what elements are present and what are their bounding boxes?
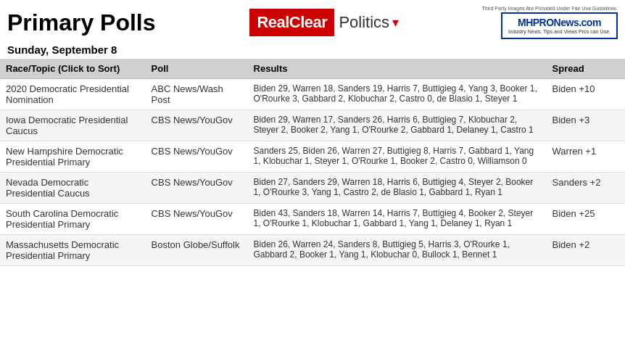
page-header: Primary Polls RealClear Politics ▾ Third…	[0, 0, 625, 42]
race-topic-cell[interactable]: South Carolina Democratic Presidential P…	[0, 204, 146, 235]
poll-source-cell[interactable]: CBS News/YouGov	[146, 173, 248, 204]
col-header-race[interactable]: Race/Topic (Click to Sort)	[0, 59, 146, 79]
page-title: Primary Polls	[7, 10, 167, 36]
rcp-politics-text: Politics	[334, 13, 389, 32]
table-row: Massachusetts Democratic Presidential Pr…	[0, 235, 625, 266]
logo-area: RealClear Politics ▾	[181, 9, 467, 36]
chevron-down-icon[interactable]: ▾	[392, 15, 399, 30]
date-label: Sunday, September 8	[0, 42, 625, 59]
spread-cell: Biden +2	[547, 235, 625, 266]
race-topic-cell[interactable]: New Hampshire Democratic Presidential Pr…	[0, 141, 146, 173]
spread-cell: Biden +3	[547, 110, 625, 141]
race-topic-cell[interactable]: 2020 Democratic Presidential Nomination	[0, 79, 146, 110]
table-header-row: Race/Topic (Click to Sort) Poll Results …	[0, 59, 625, 79]
col-header-results[interactable]: Results	[248, 59, 547, 79]
poll-source-cell[interactable]: Boston Globe/Suffolk	[146, 235, 248, 266]
spread-cell: Biden +10	[547, 79, 625, 110]
third-party-notice: Third Party Images Are Provided Under Fa…	[481, 6, 618, 11]
mhpronews-name: MHPRONews	[518, 17, 579, 28]
mhpronews-logo[interactable]: MHPRONews.com Industry News, Tips and Vi…	[501, 12, 618, 39]
rcp-red-box: RealClear	[249, 9, 334, 36]
table-row: Nevada Democratic Presidential CaucusCBS…	[0, 173, 625, 204]
poll-source-cell[interactable]: ABC News/Wash Post	[146, 79, 248, 110]
table-row: 2020 Democratic Presidential NominationA…	[0, 79, 625, 110]
spread-cell: Biden +25	[547, 204, 625, 235]
rcp-logo[interactable]: RealClear Politics ▾	[249, 9, 399, 36]
spread-cell: Warren +1	[547, 141, 625, 173]
polls-table: Race/Topic (Click to Sort) Poll Results …	[0, 59, 625, 266]
spread-cell: Sanders +2	[547, 173, 625, 204]
mhpronews-dot-com: .com	[579, 17, 601, 28]
poll-source-cell[interactable]: CBS News/YouGov	[146, 141, 248, 173]
results-cell: Biden 26, Warren 24, Sanders 8, Buttigie…	[248, 235, 547, 266]
col-header-poll[interactable]: Poll	[146, 59, 248, 79]
poll-source-cell[interactable]: CBS News/YouGov	[146, 110, 248, 141]
results-cell: Biden 29, Warren 17, Sanders 26, Harris …	[248, 110, 547, 141]
race-topic-cell[interactable]: Nevada Democratic Presidential Caucus	[0, 173, 146, 204]
table-row: Iowa Democratic Presidential CaucusCBS N…	[0, 110, 625, 141]
results-cell: Sanders 25, Biden 26, Warren 27, Buttigi…	[248, 141, 547, 173]
race-topic-cell[interactable]: Massachusetts Democratic Presidential Pr…	[0, 235, 146, 266]
table-row: South Carolina Democratic Presidential P…	[0, 204, 625, 235]
results-cell: Biden 27, Sanders 29, Warren 18, Harris …	[248, 173, 547, 204]
race-topic-cell[interactable]: Iowa Democratic Presidential Caucus	[0, 110, 146, 141]
results-cell: Biden 43, Sanders 18, Warren 14, Harris …	[248, 204, 547, 235]
col-header-spread[interactable]: Spread	[547, 59, 625, 79]
mhpronews-tagline: Industry News, Tips and Views Pros can U…	[508, 29, 610, 35]
poll-source-cell[interactable]: CBS News/YouGov	[146, 204, 248, 235]
table-row: New Hampshire Democratic Presidential Pr…	[0, 141, 625, 173]
results-cell: Biden 29, Warren 18, Sanders 19, Harris …	[248, 79, 547, 110]
